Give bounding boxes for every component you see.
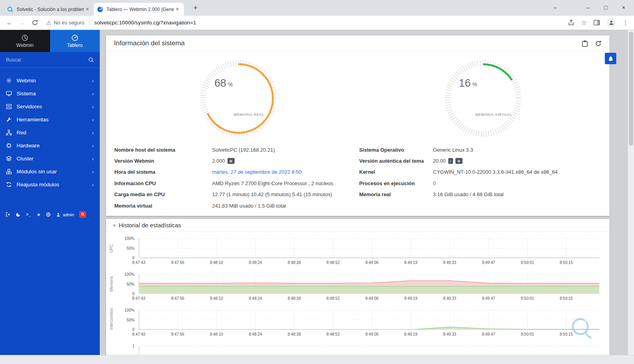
x-tick-label: 8:48:52 bbox=[326, 296, 339, 301]
refresh-icon[interactable] bbox=[595, 40, 602, 47]
info-label: Versión Webmin bbox=[114, 158, 212, 164]
tab-webmin-dashboard[interactable]: Tablero — Webmin 2.000 (Gener × bbox=[94, 3, 184, 16]
x-tick-label: 8:47:56 bbox=[171, 296, 184, 301]
info-value[interactable]: 0 bbox=[433, 180, 436, 186]
forward-icon[interactable]: → bbox=[19, 19, 25, 26]
panel-header-actions bbox=[582, 40, 602, 47]
x-tick-label: 8:47:43 bbox=[132, 260, 145, 265]
user-icon bbox=[56, 212, 61, 217]
side-panel-icon[interactable] bbox=[593, 19, 600, 26]
night-mode-icon[interactable] bbox=[16, 212, 21, 217]
search-icon[interactable] bbox=[88, 57, 94, 63]
tab-close-icon[interactable]: × bbox=[84, 6, 91, 13]
reload-icon[interactable] bbox=[32, 19, 38, 26]
back-icon[interactable]: ← bbox=[6, 19, 13, 26]
window-controls: – □ × bbox=[579, 0, 632, 15]
x-tick-label: 8:48:38 bbox=[288, 332, 301, 336]
x-tick-label: 8:50:01 bbox=[521, 332, 534, 336]
sidebar-tab-webmin[interactable]: Webmin bbox=[0, 30, 50, 52]
sidebar-item-label: Reajusta módulos bbox=[17, 182, 92, 188]
new-tab-button[interactable]: + bbox=[191, 4, 200, 13]
badge-globe-icon[interactable]: ⊕ bbox=[455, 158, 462, 164]
svg-text:MEMORIA VIRTUAL: MEMORIA VIRTUAL bbox=[475, 113, 512, 117]
info-row-informacion-cpu: Información CPUAMD Ryzen 7 2700 Eight-Co… bbox=[114, 178, 357, 189]
sidebar-item-label: Hardware bbox=[17, 143, 92, 149]
clipboard-icon[interactable] bbox=[582, 40, 588, 47]
x-tick-label: 8:49:47 bbox=[482, 260, 495, 265]
system-info-panel: Información del sistema 68 % MEMORIA REA… bbox=[106, 35, 610, 216]
sidebar-item-label: Webmin bbox=[17, 78, 92, 84]
svg-text:MEMORIA REAL: MEMORIA REAL bbox=[234, 113, 264, 117]
x-tick-label: 8:48:38 bbox=[288, 260, 301, 265]
sidebar-item-label: Red bbox=[17, 130, 92, 136]
sidebar-item-modulos-sin-usar[interactable]: Módulos sin usar‹ bbox=[0, 165, 100, 178]
x-tick-label: 8:49:06 bbox=[365, 260, 379, 265]
badge-package-icon[interactable]: ⊞ bbox=[227, 158, 235, 164]
sidebar: Webmin Tablero Webmin‹Sistema‹Servidores… bbox=[0, 30, 100, 355]
webmin-logo-icon bbox=[21, 34, 28, 41]
sidebar-tab-tablero[interactable]: Tablero bbox=[50, 30, 100, 52]
sidebar-search bbox=[0, 52, 100, 68]
address-bar: ← → ⚠ No es seguro solveticpc:10000/sysi… bbox=[0, 16, 634, 30]
sidebar-item-webmin[interactable]: Webmin‹ bbox=[0, 74, 100, 87]
sidebar-item-label: Herramientas bbox=[17, 117, 92, 123]
gauge-memoria-real: 68 % MEMORIA REAL bbox=[199, 59, 278, 138]
info-row-nombre-host-del-sistema: Nombre host del sistemaSolveticPC (192.1… bbox=[114, 144, 357, 155]
horizontal-scrollbar[interactable] bbox=[0, 355, 634, 364]
stats-history-header[interactable]: ▾ Historial de estadísticas bbox=[106, 219, 610, 232]
x-tick-label: 8:48:10 bbox=[210, 332, 223, 336]
info-row-hora-del-sistema: Hora del sistemamartes, 27 de septiembre… bbox=[114, 167, 357, 178]
info-value: SolveticPC (192.168.20.21) bbox=[212, 147, 275, 153]
info-label: Versión auténtica del tema bbox=[359, 158, 433, 164]
current-user-chip[interactable]: admin bbox=[56, 212, 74, 217]
svg-text:16 %: 16 % bbox=[459, 77, 477, 89]
bookmark-star-icon[interactable]: ☆ bbox=[581, 19, 587, 26]
close-button[interactable]: × bbox=[615, 0, 632, 15]
url-text[interactable]: solveticpc:10000/sysinfo.cgi?xnavigation… bbox=[94, 20, 196, 26]
search-input[interactable] bbox=[6, 57, 88, 63]
stats-history-panel: ▾ Historial de estadísticas UPC100%50%08… bbox=[106, 219, 610, 355]
maximize-button[interactable]: □ bbox=[597, 0, 615, 15]
chevron-collapsed-icon: ‹ bbox=[92, 90, 94, 97]
network-icon bbox=[6, 130, 17, 136]
sidebar-item-servidores[interactable]: Servidores‹ bbox=[0, 100, 100, 113]
x-tick-label: 8:49:33 bbox=[443, 260, 456, 265]
favorites-star-icon[interactable]: ★ bbox=[36, 212, 41, 217]
x-tick-label: 8:49:06 bbox=[365, 332, 379, 336]
x-tick-label: 8:50:15 bbox=[560, 296, 573, 301]
sidebar-item-red[interactable]: Red‹ bbox=[0, 126, 100, 139]
solvetic-badge-icon[interactable] bbox=[79, 211, 86, 218]
address-divider bbox=[89, 19, 90, 26]
chart-y-axis: 100%50%0 bbox=[116, 274, 136, 294]
info-label: Kernel bbox=[359, 169, 433, 175]
badge-info-icon[interactable]: i bbox=[448, 158, 453, 164]
share-icon[interactable] bbox=[568, 19, 574, 26]
profile-avatar[interactable] bbox=[607, 19, 615, 27]
sidebar-item-cluster[interactable]: Cluster‹ bbox=[0, 152, 100, 165]
sidebar-item-hardware[interactable]: Hardware‹ bbox=[0, 139, 100, 152]
tab-solvetic[interactable]: Solvetic - Solución a los problem × bbox=[4, 3, 94, 16]
logout-icon[interactable] bbox=[6, 212, 11, 217]
x-tick-label: 8:49:47 bbox=[482, 332, 495, 336]
sidebar-item-reajusta-modulos[interactable]: Reajusta módulos‹ bbox=[0, 178, 100, 191]
info-value: AMD Ryzen 7 2700 Eight-Core Processor , … bbox=[212, 180, 333, 186]
sidebar-item-sistema[interactable]: Sistema‹ bbox=[0, 87, 100, 100]
x-tick-label: 8:50:01 bbox=[521, 260, 534, 265]
language-globe-icon[interactable] bbox=[46, 212, 51, 217]
menu-kebab-icon[interactable]: ⋮ bbox=[622, 19, 628, 26]
chart-y-axis: 100%50%0 bbox=[116, 310, 136, 330]
tab-title: Solvetic - Solución a los problem bbox=[17, 7, 84, 12]
vertical-scrollbar[interactable] bbox=[628, 30, 634, 355]
chart-y-axis: 100%50%0 bbox=[116, 238, 136, 258]
security-indicator[interactable]: ⚠ No es seguro bbox=[46, 20, 84, 26]
info-value[interactable]: martes, 27 de septiembre de 2022 8:50 bbox=[212, 169, 302, 175]
notifications-bell-button[interactable] bbox=[605, 53, 616, 64]
vertical-scrollbar-thumb[interactable] bbox=[629, 32, 633, 146]
tab-close-icon[interactable]: × bbox=[174, 6, 181, 13]
tab-search-caret-icon[interactable]: ⌄ bbox=[553, 3, 558, 10]
sidebar-item-herramientas[interactable]: Herramientas‹ bbox=[0, 113, 100, 126]
x-tick-label: 8:47:56 bbox=[171, 260, 184, 265]
terminal-icon[interactable]: >_ bbox=[26, 212, 31, 217]
minimize-button[interactable]: – bbox=[579, 0, 597, 15]
chevron-collapsed-icon: ‹ bbox=[92, 155, 94, 162]
